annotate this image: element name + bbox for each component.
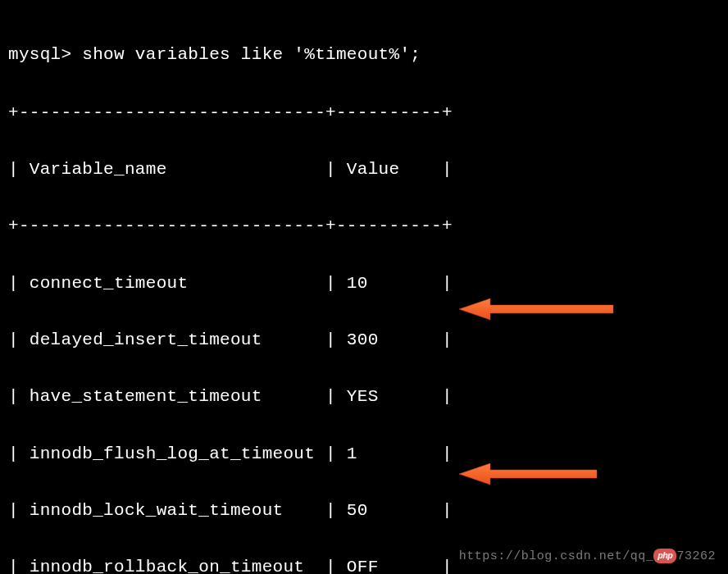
table-header: | Variable_name | Value |: [8, 156, 720, 184]
table-row: | connect_timeout | 10 |: [8, 270, 720, 298]
table-row: | delayed_insert_timeout | 300 |: [8, 326, 720, 355]
terminal-output: mysql> show variables like '%timeout%'; …: [8, 12, 720, 574]
table-border-mid: +-----------------------------+---------…: [8, 212, 720, 241]
table-border-top: +-----------------------------+---------…: [8, 99, 720, 128]
watermark-url-suffix: 73262: [676, 549, 716, 563]
watermark-url-prefix: https://blog.csdn.net/qq_: [459, 549, 654, 563]
table-row: | innodb_lock_wait_timeout | 50 |: [8, 497, 720, 526]
table-row: | innodb_flush_log_at_timeout | 1 |: [8, 440, 720, 469]
table-row: | have_statement_timeout | YES |: [8, 383, 720, 412]
watermark: https://blog.csdn.net/qq_php73262: [459, 547, 716, 567]
sql-prompt-line: mysql> show variables like '%timeout%';: [8, 41, 720, 70]
php-badge-icon: php: [653, 549, 676, 563]
